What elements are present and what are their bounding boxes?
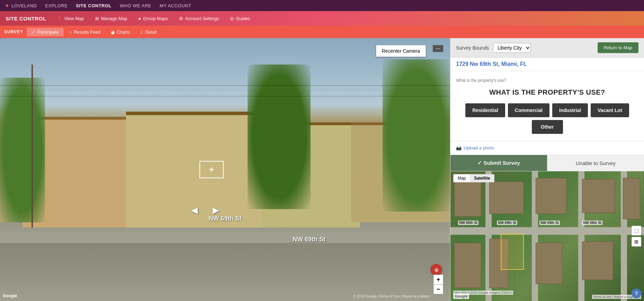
tab-participate[interactable]: ✓ Participate <box>27 28 63 36</box>
circle-icon: ○ <box>69 29 72 35</box>
tree-right <box>383 59 450 212</box>
building-4 <box>582 179 615 213</box>
guides-icon: ◎ <box>230 16 234 21</box>
power-line-2 <box>0 96 450 96</box>
map-street-horizontal <box>450 227 644 235</box>
manage-map-link[interactable]: ⊞ Manage Map <box>90 14 132 23</box>
group-icon: ● <box>138 16 141 21</box>
building-9 <box>582 241 613 280</box>
selected-parcel <box>501 234 524 270</box>
nav-my-account[interactable]: MY ACCOUNT <box>160 3 191 8</box>
map-label-1: NW 69th St <box>458 221 478 225</box>
industrial-button[interactable]: Industrial <box>552 103 588 117</box>
street-label-right: NW 69th St <box>293 236 325 243</box>
second-navigation: SITE CONTROL 📍 View Map ⊞ Manage Map ● G… <box>0 11 644 26</box>
right-panel: Survey Bounds Liberty City Return to Map… <box>450 38 644 301</box>
survey-bounds-label: Survey Bounds <box>456 45 489 51</box>
google-watermark: Google <box>3 293 17 298</box>
map-pin-icon: 📍 <box>57 16 62 21</box>
property-use-buttons: Residential Commercial Industrial Vacant… <box>456 103 638 134</box>
survey-label: SURVEY <box>4 29 23 34</box>
street-scene: ◄ ► NW 69th St NW 69th St Recenter Camer… <box>0 38 450 301</box>
breadcrumb: What is the property's use? <box>456 78 638 83</box>
residential-button[interactable]: Residential <box>465 103 505 117</box>
map-view-tabs: Map Satellite <box>453 174 494 182</box>
site-control-label: SITE CONTROL <box>6 16 46 22</box>
commercial-button[interactable]: Commercial <box>508 103 549 117</box>
building-1 <box>454 178 481 217</box>
tab-results-feed[interactable]: ○ Results Feed <box>64 28 105 36</box>
aerial-map-bg: NW 69th St NW 69th St NW 69th St NW 69th… <box>450 171 644 301</box>
map-zoom-in[interactable]: ⬚ <box>632 226 641 235</box>
map-panel: NW 69th St NW 69th St NW 69th St NW 69th… <box>450 171 644 301</box>
zoom-in-button[interactable]: + <box>433 275 443 284</box>
terms-watermark: © 2016 Google | Terms of Use | Report a … <box>353 294 429 298</box>
top-navigation: ♥ LOVELAND EXPLORE SITE CONTROL WHO WE A… <box>0 0 644 11</box>
account-settings-link[interactable]: ⚙ Account Settings <box>174 14 224 23</box>
building-3 <box>536 178 566 214</box>
chart-icon: ◕ <box>111 29 115 35</box>
checkmark-icon: ✓ <box>32 29 35 35</box>
property-use-section: What is the property's use? WHAT IS THE … <box>450 71 644 141</box>
gear-icon: ⚙ <box>179 16 183 21</box>
street-label-left: NW 69th St <box>208 215 241 222</box>
tab-charts[interactable]: ◕ Charts <box>106 28 135 36</box>
other-button[interactable]: Other <box>532 120 563 134</box>
crosshair-overlay <box>199 161 224 178</box>
group-maps-link[interactable]: ● Group Maps <box>133 14 172 23</box>
grid-icon: ⊞ <box>95 16 99 21</box>
tree-left <box>0 78 45 222</box>
map-label-3: NW 69th St <box>539 221 560 225</box>
building-6 <box>454 243 481 288</box>
return-to-map-button[interactable]: Return to Map <box>598 42 638 53</box>
power-pole <box>32 64 33 227</box>
address-bar: 1729 Nw 69th St, Miami, FL <box>450 58 644 71</box>
unable-to-survey-button[interactable]: Unable to Survey <box>547 155 644 171</box>
nav-who-we-are[interactable]: WHO WE ARE <box>120 3 151 8</box>
building-5 <box>623 178 640 220</box>
building-8 <box>536 243 563 284</box>
main-content: ◄ ► NW 69th St NW 69th St Recenter Camer… <box>0 38 644 301</box>
map-label-2: NW 69th St <box>497 221 517 225</box>
property-use-title: WHAT IS THE PROPERTY'S USE? <box>456 88 638 96</box>
arrow-left[interactable]: ◄ <box>189 204 200 217</box>
map-label-4: NW 69th St <box>582 221 602 225</box>
street-area <box>0 243 450 301</box>
minimize-button[interactable]: — <box>433 45 443 52</box>
tree-center <box>248 64 311 209</box>
survey-tabs-bar: SURVEY ✓ Participate ○ Results Feed ◕ Ch… <box>0 26 644 38</box>
map-controls: ⬚ ⊞ <box>632 226 641 247</box>
home-icon: ⌂ <box>140 29 143 35</box>
guides-link[interactable]: ◎ Guides <box>225 14 255 23</box>
survey-header: Survey Bounds Liberty City Return to Map <box>450 38 644 58</box>
camera-icon: 📷 <box>456 145 462 150</box>
brand-logo[interactable]: ♥ LOVELAND <box>6 3 37 8</box>
submit-survey-button[interactable]: ✓ Submit Survey <box>450 155 547 171</box>
power-line-1 <box>0 85 450 86</box>
property-address: 1729 Nw 69th St, Miami, FL <box>456 61 638 67</box>
nav-explore[interactable]: EXPLORE <box>45 3 68 8</box>
building-2 <box>489 182 524 214</box>
upload-photo-link[interactable]: 📷 Upload a photo <box>456 145 638 150</box>
nav-site-control[interactable]: SITE CONTROL <box>76 3 111 8</box>
upload-section: 📷 Upload a photo <box>450 141 644 155</box>
street-view-panel: ◄ ► NW 69th St NW 69th St Recenter Camer… <box>0 38 450 301</box>
survey-bounds-select[interactable]: Liberty City <box>493 43 531 53</box>
heart-icon: ♥ <box>6 3 9 8</box>
view-map-link[interactable]: 📍 View Map <box>52 14 89 23</box>
map-google-logo: Google <box>453 293 469 299</box>
map-layers[interactable]: ⊞ <box>632 237 641 247</box>
recenter-camera-button[interactable]: Recenter Camera <box>376 45 426 57</box>
vacant-lot-button[interactable]: Vacant Lot <box>591 103 629 117</box>
tab-detail[interactable]: ⌂ Detail <box>135 28 161 36</box>
map-tab-satellite[interactable]: Satellite <box>470 174 494 182</box>
zoom-out-button[interactable]: − <box>433 284 443 294</box>
map-tab-map[interactable]: Map <box>454 174 470 182</box>
zoom-controls: + − <box>433 275 443 294</box>
submit-section: ✓ Submit Survey Unable to Survey <box>450 155 644 171</box>
help-button[interactable]: ? <box>632 289 641 298</box>
